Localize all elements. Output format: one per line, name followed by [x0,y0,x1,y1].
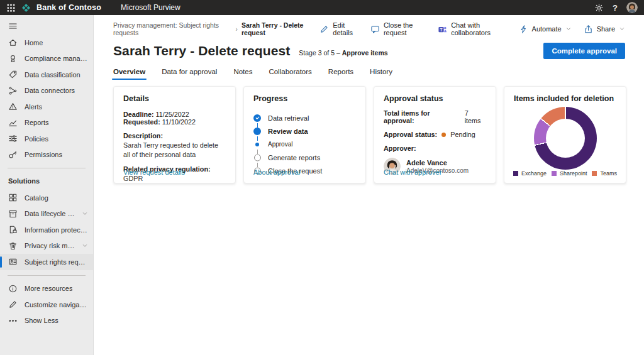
ellipsis-icon [8,316,18,325]
complete-approval-button[interactable]: Complete approval [543,43,625,59]
tab-collaborators[interactable]: Collaborators [269,68,311,80]
sidebar-item-label: More resources [25,285,72,292]
teams-icon: T [438,25,447,34]
tab-reports[interactable]: Reports [328,68,353,80]
share-button[interactable]: Share [584,25,625,34]
sidebar-item-show-less[interactable]: Show Less [0,313,93,329]
sidebar-item-privacy-risk-management[interactable]: Privacy risk management [0,238,93,254]
deadline-value: 11/25/2022 [156,111,189,118]
sidebar-item-label: Alerts [25,103,42,111]
sidebar-section-label: Solutions [0,173,93,190]
sidebar-item-catalog[interactable]: Catalog [0,190,93,206]
sidebar-item-policies[interactable]: Policies [0,131,93,147]
progress-card-title: Progress [253,94,356,103]
sidebar-item-subject-rights-requests[interactable]: Subject rights requests [0,254,93,270]
sidebar-divider [8,168,86,168]
chat-bubble-icon [370,25,380,34]
command-label: Automate [532,25,562,33]
breadcrumb-chevron-icon: › [236,26,238,33]
sidebar-item-label: Data connectors [25,87,75,94]
chevron-down-icon [82,243,88,249]
sidebar-item-customize-navigation[interactable]: Customize navigation [0,297,93,313]
command-label: Share [597,25,615,33]
progress-step-approval: Approval [253,138,356,151]
sidebar-item-label: Permissions [25,151,62,158]
breadcrumb-parent[interactable]: Privacy management: Subject rights reque… [113,21,232,36]
sidebar-top-items: HomeCompliance managerData classificatio… [0,35,93,163]
sidebar-item-home[interactable]: Home [0,35,93,51]
tab-notes[interactable]: Notes [233,68,252,80]
pending-status-dot [441,133,446,137]
left-navigation: HomeCompliance managerData classificatio… [0,15,94,355]
collapse-menu-icon[interactable] [0,15,93,35]
chevron-down-icon [565,26,572,32]
sidebar-item-label: Home [25,39,43,46]
command-label: Edit details [333,21,358,36]
sidebar-item-more-resources[interactable]: More resources [0,281,93,297]
sidebar-item-reports[interactable]: Reports [0,115,93,131]
sidebar-item-label: Show Less [25,317,58,324]
approval-status-value: Pending [450,131,475,138]
total-items-row: Total items for approval: 7 items [384,109,486,124]
view-request-details-link[interactable]: View request details [123,168,185,176]
edit-details-button[interactable]: Edit details [319,21,358,36]
app-launcher-icon[interactable] [6,3,16,13]
policies-icon [8,134,18,143]
avatar-image [626,2,638,13]
protection-icon [8,225,18,234]
requested-value: 11/10/2022 [162,118,196,126]
details-card-title: Details [123,94,226,103]
sidebar-item-data-lifecycle-management[interactable]: Data lifecycle management [0,206,93,222]
donut-chart [534,107,597,170]
info-icon [8,284,18,293]
chat-with-approver-link[interactable]: Chat with approver [384,168,441,176]
user-avatar[interactable] [626,2,638,13]
legend-label: Teams [600,170,617,177]
sidebar-item-label: Compliance manager [25,55,88,62]
chevron-down-icon [619,26,625,32]
step-completed-icon [253,114,261,122]
deadline-label: Deadline: [123,111,154,118]
deletion-items-chart-card: Items included for deletion ExchangeShar… [504,86,626,183]
stage-indicator: Stage 3 of 5 – Approve items [299,49,387,57]
progress-card: Progress Data retrievalReview dataApprov… [243,86,366,183]
close-the-request-button[interactable]: Close the request [370,21,426,36]
approval-card-title: Approval status [384,94,486,103]
progress-steps: Data retrievalReview dataApprovalGenerat… [253,111,356,177]
sidebar-item-data-connectors[interactable]: Data connectors [0,83,93,99]
sidebar-solution-items: CatalogData lifecycle managementInformat… [0,190,93,270]
help-icon[interactable]: ? [613,3,618,13]
legend-swatch [513,171,518,176]
chart-legend: ExchangeSharepointTeams [513,170,617,177]
brand-name: Bank of Contoso [36,3,101,12]
settings-gear-icon[interactable] [594,3,604,13]
command-label: Chat with collaborators [451,21,506,36]
chat-with-collaborators-button[interactable]: TChat with collaborators [438,21,506,36]
progress-step-review-data: Review data [253,124,356,138]
sidebar-item-data-classification[interactable]: Data classification [0,67,93,83]
sidebar-item-compliance-manager[interactable]: Compliance manager [0,51,93,67]
tab-history[interactable]: History [370,68,392,80]
automate-button[interactable]: Automate [519,25,572,34]
donut-chart-wrap [514,107,616,170]
sidebar-item-label: Policies [25,135,48,143]
lifecycle-icon [8,209,18,219]
sidebar-item-label: Subject rights requests [25,258,88,266]
key-icon [8,150,18,160]
details-dates: Deadline: 11/25/2022 Requested: 11/10/20… [123,111,226,126]
tab-bar: OverviewData for approvalNotesCollaborat… [94,59,644,80]
sidebar-item-permissions[interactable]: Permissions [0,147,93,163]
edit-icon [319,25,329,34]
sidebar-item-information-protection[interactable]: Information protection [0,222,93,238]
sidebar-item-alerts[interactable]: Alerts [0,99,93,115]
legend-label: Exchange [521,170,547,177]
about-approval-link[interactable]: About approval [253,168,300,176]
pencil-icon [8,300,18,309]
step-dot-icon [255,143,259,146]
tab-data-for-approval[interactable]: Data for approval [162,68,217,80]
privacy-risk-icon [8,241,18,251]
approval-status-row: Approval status: Pending [384,131,486,138]
legend-swatch [592,171,597,176]
step-upcoming-icon [254,154,261,161]
tab-overview[interactable]: Overview [113,68,145,80]
